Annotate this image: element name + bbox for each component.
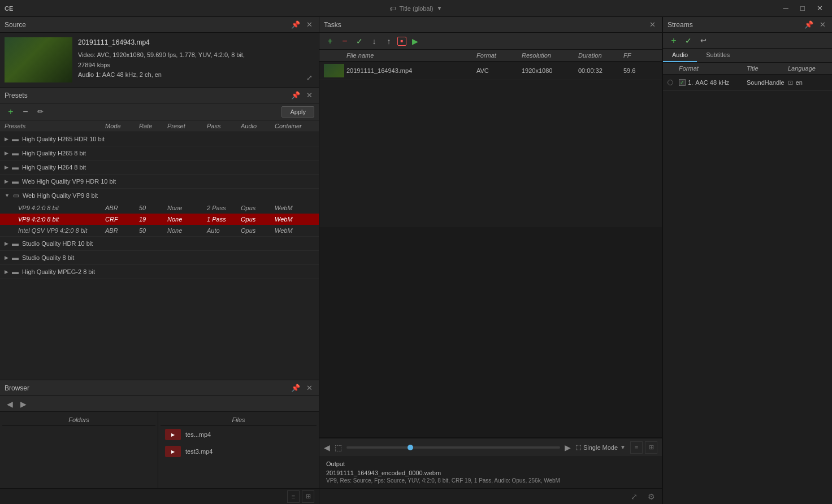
group-name: High Quality H265 HDR 10 bit	[22, 136, 105, 142]
group-name: Studio Quality 8 bit	[22, 254, 74, 261]
preset-group-studio-8bit: ▶ ▬ Studio Quality 8 bit	[0, 251, 319, 265]
tasks-close-button[interactable]: ✕	[647, 20, 657, 30]
tasks-stop-button[interactable]: ■	[397, 37, 406, 46]
maximize-button[interactable]: □	[795, 2, 811, 15]
stream-row[interactable]: ✓ 1. AAC 48 kHz SoundHandle ⊡ en	[663, 75, 832, 91]
source-close-button[interactable]: ✕	[304, 20, 314, 30]
view-list-button[interactable]: ≡	[630, 441, 643, 454]
right-column: Streams 📌 ✕ + ✓ ↩ Audio Subtitles Format…	[662, 17, 832, 504]
tasks-move-up-button[interactable]: ↑	[383, 35, 395, 47]
tab-audio[interactable]: Audio	[663, 49, 697, 62]
preset-group-h265-8bit-header[interactable]: ▶ ▬ High Quality H265 8 bit	[0, 146, 319, 160]
playback-scrubber[interactable]	[346, 446, 560, 449]
col-rate: Rate	[139, 123, 167, 129]
stream-format-cell: ✓ 1. AAC 48 kHz	[679, 79, 747, 86]
list-view-button[interactable]: ≡	[287, 490, 300, 503]
task-row[interactable]: 20191111_164943.mp4 AVC 1920x1080 00:00:…	[319, 62, 662, 80]
streams-pin-button[interactable]: 📌	[804, 20, 814, 30]
folder-icon: ▬	[12, 254, 19, 262]
output-footer: ⤢ ⚙	[319, 488, 662, 504]
scrubber-handle[interactable]	[408, 445, 413, 450]
monitor-icon2: ⬚	[575, 444, 581, 451]
minimize-button[interactable]: ─	[778, 2, 794, 15]
output-details: VP9, Res: Source, Fps: Source, YUV, 4:2:…	[326, 477, 655, 484]
mode-selector[interactable]: ⬚ Single Mode ▼	[575, 444, 626, 451]
browser-pin-button[interactable]: 📌	[291, 383, 301, 393]
tasks-spacer	[319, 227, 662, 437]
tasks-add-button[interactable]: +	[324, 35, 336, 47]
col-resolution: Resolution	[522, 52, 578, 59]
presets-edit-button[interactable]: ✏	[34, 106, 46, 118]
folder-icon: ▬	[12, 268, 19, 276]
task-filename: 20191111_164943.mp4	[346, 67, 476, 74]
file-thumbnail: ▶	[165, 446, 181, 457]
grid-view-button[interactable]: ⊞	[302, 490, 314, 503]
streams-close-button[interactable]: ✕	[817, 20, 827, 30]
preset-group-mpeg2: ▶ ▬ High Quality MPEG-2 8 bit	[0, 265, 319, 279]
tasks-remove-button[interactable]: −	[339, 35, 351, 47]
preset-group-mpeg2-header[interactable]: ▶ ▬ High Quality MPEG-2 8 bit	[0, 265, 319, 279]
source-info: 20191111_164943.mp4 Video: AVC, 1920x108…	[78, 37, 298, 82]
stream-radio[interactable]	[668, 80, 673, 85]
title-center: 🏷 Title (global) ▼	[389, 5, 442, 12]
close-button[interactable]: ✕	[812, 2, 827, 15]
window-controls: ─ □ ✕	[778, 2, 827, 15]
presets-panel-header: Presets 📌 ✕	[0, 88, 319, 103]
browser-forward-button[interactable]: ▶	[18, 399, 28, 409]
browser-file-item[interactable]: ▶ tes...mp4	[161, 426, 317, 443]
preset-group-h265-hdr-header[interactable]: ▶ ▬ High Quality H265 HDR 10 bit	[0, 132, 319, 146]
chevron-right-icon: ▶	[5, 241, 8, 246]
source-expand-button[interactable]: ⤢	[304, 72, 314, 82]
col-format: Format	[679, 65, 747, 72]
source-pin-button[interactable]: 📌	[291, 20, 301, 30]
col-thumb	[324, 52, 346, 59]
browser-back-button[interactable]: ◀	[5, 399, 15, 409]
stream-checkbox[interactable]: ✓	[679, 79, 686, 86]
streams-add-button[interactable]: +	[668, 34, 680, 47]
tasks-check-button[interactable]: ✓	[353, 35, 366, 47]
group-name: High Quality H265 8 bit	[22, 150, 86, 157]
preset-item-vp9-crf[interactable]: VP9 4:2:0 8 bit CRF 19 None 1 Pass Opus …	[0, 214, 319, 225]
streams-undo-button[interactable]: ↩	[697, 34, 709, 47]
scrubber-next-button[interactable]: ▶	[565, 443, 571, 452]
col-fps: FF	[623, 52, 657, 59]
output-settings-button[interactable]: ⚙	[645, 490, 657, 503]
tasks-move-down-button[interactable]: ↓	[368, 35, 380, 47]
browser-close-button[interactable]: ✕	[304, 383, 314, 393]
tasks-column-headers: File name Format Resolution Duration FF	[319, 50, 662, 62]
output-area: ◀ ⬚ ▶ ⬚ Single Mode ▼ ≡ ⊞ Output 201911	[319, 437, 662, 504]
output-external-button[interactable]: ⤢	[628, 490, 640, 503]
preset-group-vp9-hdr-header[interactable]: ▶ ▬ Web High Quality VP9 HDR 10 bit	[0, 175, 319, 188]
stream-language-cell: en	[796, 79, 832, 86]
preset-group-h264-8bit-header[interactable]: ▶ ▬ High Quality H264 8 bit	[0, 160, 319, 174]
presets-column-headers: Presets Mode Rate Preset Pass Audio Cont…	[0, 120, 319, 132]
mode-label: Single Mode	[583, 444, 618, 451]
col-duration: Duration	[578, 52, 623, 59]
scrubber-prev-button[interactable]: ◀	[324, 443, 330, 452]
streams-panel: Streams 📌 ✕ + ✓ ↩ Audio Subtitles Format…	[663, 17, 832, 504]
tab-subtitles[interactable]: Subtitles	[697, 49, 739, 62]
preset-item-vp9-abr[interactable]: VP9 4:2:0 8 bit ABR 50 None 2 Pass Opus …	[0, 202, 319, 214]
source-audio-info: Audio 1: AAC 48 kHz, 2 ch, en	[78, 70, 298, 80]
preset-group-studio-hdr-header[interactable]: ▶ ▬ Studio Quality HDR 10 bit	[0, 237, 319, 250]
col-preset: Preset	[167, 123, 207, 129]
browser-file-item[interactable]: ▶ test3.mp4	[161, 443, 317, 460]
browser-files-pane: Files ▶ tes...mp4 ▶ test3.mp4	[158, 412, 319, 488]
tasks-play-button[interactable]: ▶	[409, 35, 421, 47]
stream-edit-button[interactable]: ⊡	[786, 77, 796, 88]
preset-group-vp9-8bit-header[interactable]: ▼ ▭ Web High Quality VP9 8 bit	[0, 189, 319, 202]
apply-button[interactable]: Apply	[281, 106, 314, 118]
streams-check-button[interactable]: ✓	[682, 34, 695, 47]
presets-add-button[interactable]: +	[5, 106, 17, 118]
view-grid-button[interactable]: ⊞	[645, 441, 657, 454]
tasks-panel-title: Tasks	[324, 21, 644, 29]
folder-icon: ▬	[12, 163, 19, 171]
source-content: 20191111_164943.mp4 Video: AVC, 1920x108…	[0, 33, 319, 87]
presets-close-button[interactable]: ✕	[304, 90, 314, 101]
presets-remove-button[interactable]: −	[19, 106, 32, 118]
preset-group-studio-8bit-header[interactable]: ▶ ▬ Studio Quality 8 bit	[0, 251, 319, 264]
preset-item-intel-qsv[interactable]: Intel QSV VP9 4:2:0 8 bit ABR 50 None Au…	[0, 225, 319, 236]
file-name: test3.mp4	[185, 448, 213, 455]
chevron-right-icon: ▶	[5, 269, 8, 275]
presets-pin-button[interactable]: 📌	[291, 90, 301, 101]
